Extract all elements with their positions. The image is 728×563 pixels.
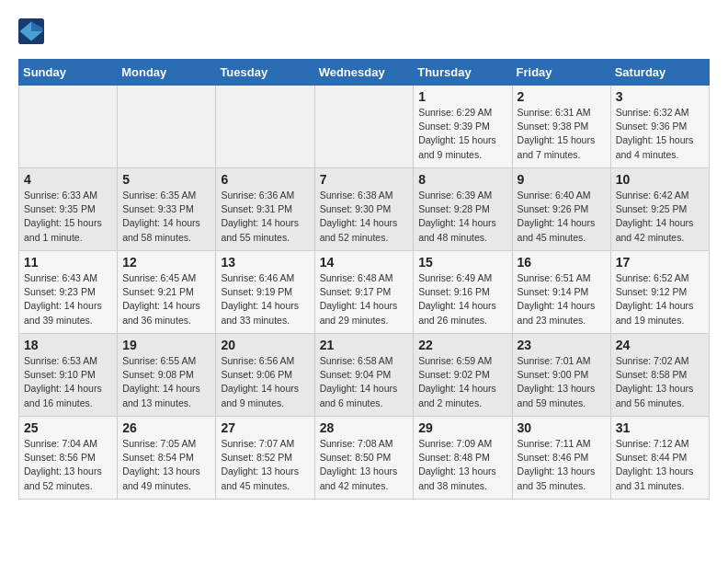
calendar-cell: 5Sunrise: 6:35 AMSunset: 9:33 PMDaylight… (118, 168, 216, 251)
day-info: Sunrise: 6:56 AMSunset: 9:06 PMDaylight:… (221, 354, 309, 410)
day-number: 4 (24, 172, 112, 187)
day-info: Sunrise: 7:11 AMSunset: 8:46 PMDaylight:… (518, 437, 606, 493)
day-info: Sunrise: 6:36 AMSunset: 9:31 PMDaylight:… (221, 189, 309, 245)
day-number: 1 (418, 89, 506, 104)
day-info: Sunrise: 7:05 AMSunset: 8:54 PMDaylight:… (122, 437, 210, 493)
calendar-cell: 24Sunrise: 7:02 AMSunset: 8:58 PMDayligh… (610, 334, 709, 417)
calendar-cell: 17Sunrise: 6:52 AMSunset: 9:12 PMDayligh… (610, 251, 709, 334)
day-number: 24 (616, 338, 704, 352)
calendar-body: 1Sunrise: 6:29 AMSunset: 9:39 PMDaylight… (19, 86, 710, 500)
calendar-cell: 28Sunrise: 7:08 AMSunset: 8:50 PMDayligh… (314, 417, 414, 500)
day-info: Sunrise: 6:49 AMSunset: 9:16 PMDaylight:… (418, 271, 506, 327)
calendar-cell: 16Sunrise: 6:51 AMSunset: 9:14 PMDayligh… (512, 251, 610, 334)
calendar-cell: 7Sunrise: 6:38 AMSunset: 9:30 PMDaylight… (314, 168, 414, 251)
calendar-cell: 3Sunrise: 6:32 AMSunset: 9:36 PMDaylight… (610, 86, 709, 168)
day-number: 10 (616, 172, 704, 187)
day-number: 17 (616, 255, 704, 270)
weekday-header-row: SundayMondayTuesdayWednesdayThursdayFrid… (19, 60, 710, 86)
calendar-cell: 14Sunrise: 6:48 AMSunset: 9:17 PMDayligh… (314, 251, 414, 334)
week-row-1: 1Sunrise: 6:29 AMSunset: 9:39 PMDaylight… (19, 86, 710, 168)
day-number: 6 (221, 172, 309, 187)
calendar-cell: 25Sunrise: 7:04 AMSunset: 8:56 PMDayligh… (19, 417, 118, 500)
calendar-cell: 13Sunrise: 6:46 AMSunset: 9:19 PMDayligh… (216, 251, 314, 334)
weekday-header-tuesday: Tuesday (216, 60, 314, 86)
calendar-cell (19, 86, 118, 168)
calendar-cell: 26Sunrise: 7:05 AMSunset: 8:54 PMDayligh… (118, 417, 216, 500)
day-number: 20 (221, 338, 309, 352)
day-info: Sunrise: 6:39 AMSunset: 9:28 PMDaylight:… (418, 189, 506, 245)
day-number: 28 (320, 420, 409, 435)
day-info: Sunrise: 6:33 AMSunset: 9:35 PMDaylight:… (24, 189, 112, 245)
calendar-cell: 2Sunrise: 6:31 AMSunset: 9:38 PMDaylight… (512, 86, 610, 168)
calendar-cell: 22Sunrise: 6:59 AMSunset: 9:02 PMDayligh… (414, 334, 512, 417)
day-info: Sunrise: 6:40 AMSunset: 9:26 PMDaylight:… (518, 189, 606, 245)
day-number: 23 (518, 338, 606, 352)
weekday-header-wednesday: Wednesday (314, 60, 414, 86)
week-row-4: 18Sunrise: 6:53 AMSunset: 9:10 PMDayligh… (19, 334, 710, 417)
week-row-5: 25Sunrise: 7:04 AMSunset: 8:56 PMDayligh… (19, 417, 710, 500)
day-info: Sunrise: 6:51 AMSunset: 9:14 PMDaylight:… (518, 271, 606, 327)
day-info: Sunrise: 6:38 AMSunset: 9:30 PMDaylight:… (320, 189, 409, 245)
day-info: Sunrise: 6:59 AMSunset: 9:02 PMDaylight:… (418, 354, 506, 410)
day-number: 26 (122, 420, 210, 435)
calendar-cell: 1Sunrise: 6:29 AMSunset: 9:39 PMDaylight… (414, 86, 512, 168)
calendar-cell: 9Sunrise: 6:40 AMSunset: 9:26 PMDaylight… (512, 168, 610, 251)
day-number: 11 (24, 255, 112, 270)
day-info: Sunrise: 6:48 AMSunset: 9:17 PMDaylight:… (320, 271, 409, 327)
weekday-header-friday: Friday (512, 60, 610, 86)
day-number: 31 (616, 420, 704, 435)
calendar-cell: 27Sunrise: 7:07 AMSunset: 8:52 PMDayligh… (216, 417, 314, 500)
day-info: Sunrise: 7:09 AMSunset: 8:48 PMDaylight:… (418, 437, 506, 493)
day-number: 15 (418, 255, 506, 270)
logo-icon (18, 18, 44, 44)
day-info: Sunrise: 6:52 AMSunset: 9:12 PMDaylight:… (616, 271, 704, 327)
calendar-cell: 19Sunrise: 6:55 AMSunset: 9:08 PMDayligh… (118, 334, 216, 417)
day-number: 29 (418, 420, 506, 435)
weekday-header-thursday: Thursday (414, 60, 512, 86)
day-info: Sunrise: 6:31 AMSunset: 9:38 PMDaylight:… (518, 106, 606, 162)
day-number: 12 (122, 255, 210, 270)
calendar-cell: 18Sunrise: 6:53 AMSunset: 9:10 PMDayligh… (19, 334, 118, 417)
week-row-3: 11Sunrise: 6:43 AMSunset: 9:23 PMDayligh… (19, 251, 710, 334)
calendar-cell: 12Sunrise: 6:45 AMSunset: 9:21 PMDayligh… (118, 251, 216, 334)
weekday-header-sunday: Sunday (19, 60, 118, 86)
calendar-cell: 6Sunrise: 6:36 AMSunset: 9:31 PMDaylight… (216, 168, 314, 251)
day-number: 27 (221, 420, 309, 435)
day-info: Sunrise: 6:53 AMSunset: 9:10 PMDaylight:… (24, 354, 112, 410)
day-info: Sunrise: 6:42 AMSunset: 9:25 PMDaylight:… (616, 189, 704, 245)
calendar-cell: 21Sunrise: 6:58 AMSunset: 9:04 PMDayligh… (314, 334, 414, 417)
calendar-cell: 29Sunrise: 7:09 AMSunset: 8:48 PMDayligh… (414, 417, 512, 500)
calendar-cell: 31Sunrise: 7:12 AMSunset: 8:44 PMDayligh… (610, 417, 709, 500)
day-number: 9 (518, 172, 606, 187)
calendar-cell: 15Sunrise: 6:49 AMSunset: 9:16 PMDayligh… (414, 251, 512, 334)
day-number: 14 (320, 255, 409, 270)
day-info: Sunrise: 7:01 AMSunset: 9:00 PMDaylight:… (518, 354, 606, 410)
day-number: 7 (320, 172, 409, 187)
day-number: 25 (24, 420, 112, 435)
calendar-cell: 10Sunrise: 6:42 AMSunset: 9:25 PMDayligh… (610, 168, 709, 251)
day-number: 22 (418, 338, 506, 352)
day-number: 5 (122, 172, 210, 187)
day-number: 30 (518, 420, 606, 435)
calendar-table: SundayMondayTuesdayWednesdayThursdayFrid… (18, 59, 710, 500)
week-row-2: 4Sunrise: 6:33 AMSunset: 9:35 PMDaylight… (19, 168, 710, 251)
day-number: 3 (616, 89, 704, 104)
day-info: Sunrise: 6:43 AMSunset: 9:23 PMDaylight:… (24, 271, 112, 327)
day-info: Sunrise: 6:35 AMSunset: 9:33 PMDaylight:… (122, 189, 210, 245)
day-info: Sunrise: 6:55 AMSunset: 9:08 PMDaylight:… (122, 354, 210, 410)
calendar-cell: 20Sunrise: 6:56 AMSunset: 9:06 PMDayligh… (216, 334, 314, 417)
calendar-cell (118, 86, 216, 168)
page-header (18, 18, 710, 44)
day-info: Sunrise: 7:02 AMSunset: 8:58 PMDaylight:… (616, 354, 704, 410)
day-number: 2 (518, 89, 606, 104)
day-number: 21 (320, 338, 409, 352)
calendar-cell (314, 86, 414, 168)
weekday-header-monday: Monday (118, 60, 216, 86)
day-number: 19 (122, 338, 210, 352)
day-info: Sunrise: 7:04 AMSunset: 8:56 PMDaylight:… (24, 437, 112, 493)
weekday-header-saturday: Saturday (610, 60, 709, 86)
calendar-cell: 23Sunrise: 7:01 AMSunset: 9:00 PMDayligh… (512, 334, 610, 417)
day-info: Sunrise: 6:45 AMSunset: 9:21 PMDaylight:… (122, 271, 210, 327)
calendar-cell: 11Sunrise: 6:43 AMSunset: 9:23 PMDayligh… (19, 251, 118, 334)
day-info: Sunrise: 6:58 AMSunset: 9:04 PMDaylight:… (320, 354, 409, 410)
